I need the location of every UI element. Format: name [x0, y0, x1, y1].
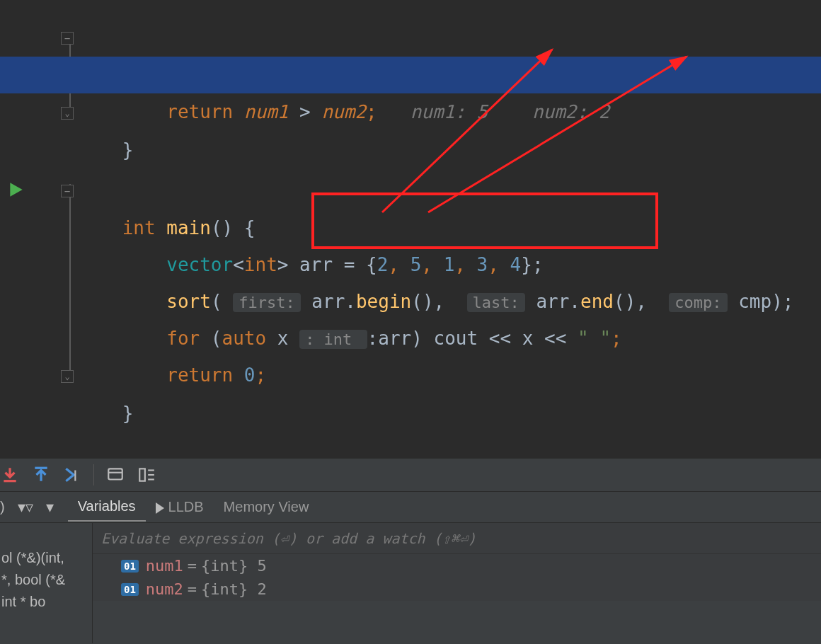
step-out-icon[interactable] [31, 465, 51, 485]
frame-row[interactable]: int * bo [0, 591, 92, 613]
fold-toggle[interactable] [0, 20, 78, 57]
code-editor[interactable]: bool cmp(int num1, int num2) { num1: 5 n… [0, 0, 821, 425]
frame-row[interactable]: *, bool (*& [0, 569, 92, 591]
run-to-cursor-icon[interactable] [62, 465, 82, 485]
evaluate-input[interactable]: Evaluate expression (⏎) or add a watch (… [93, 523, 821, 554]
code-line[interactable]: } [78, 95, 821, 132]
svg-rect-8 [139, 468, 145, 481]
tab-memory-view[interactable]: Memory View [214, 493, 319, 521]
frame-count-suffix: ) [0, 499, 5, 515]
svg-rect-6 [108, 468, 122, 479]
debug-tabs: ) ▾▿ ▾ Variables LLDB Memory View [0, 492, 821, 523]
tab-variables[interactable]: Variables [68, 493, 146, 522]
fold-guide [69, 184, 71, 371]
evaluate-icon[interactable] [105, 465, 125, 485]
toolbar-divider [93, 464, 94, 485]
run-gutter-icon[interactable] [7, 180, 25, 199]
code-line[interactable]: vector<int> arr = {2, 5, 1, 3, 4}; [78, 209, 821, 246]
variable-value: {int} 5 [201, 557, 267, 575]
type-badge: 01 [121, 583, 139, 596]
code-line[interactable]: for (auto x : int :arr) cout << x << " "… [78, 283, 821, 320]
variables-pane: Evaluate expression (⏎) or add a watch (… [92, 523, 821, 643]
watches-icon[interactable] [137, 465, 156, 485]
dropdown-icon[interactable]: ▾ [46, 498, 54, 517]
variable-value: {int} 2 [201, 580, 267, 598]
code-line-current[interactable]: return num1 > num2; num1: 5 num2: 2 [0, 57, 821, 93]
variable-row[interactable]: 01 num2 = {int} 2 [93, 577, 821, 601]
code-line[interactable]: sort( first: arr.begin(), last: arr.end(… [78, 246, 821, 283]
variable-row[interactable]: 01 num1 = {int} 5 [93, 554, 821, 577]
play-icon [156, 502, 164, 514]
code-line[interactable]: bool cmp(int num1, int num2) { num1: 5 n… [78, 20, 821, 57]
filter-icon[interactable]: ▾▿ [18, 498, 33, 517]
debug-panel: ) ▾▿ ▾ Variables LLDB Memory View ol (*&… [0, 425, 821, 644]
frame-row[interactable]: ol (*&)(int, [0, 547, 92, 569]
variable-name: num2 [146, 580, 183, 598]
fold-end[interactable] [0, 358, 78, 395]
frames-list[interactable]: ol (*&)(int, *, bool (*& int * bo [0, 523, 92, 643]
step-over-icon[interactable] [0, 465, 20, 485]
fold-end[interactable] [0, 95, 78, 132]
code-line[interactable]: return 0; [78, 320, 821, 357]
debug-toolbar [0, 459, 821, 492]
variable-name: num1 [146, 557, 183, 575]
code-line[interactable]: } [78, 358, 821, 395]
type-badge: 01 [121, 560, 139, 573]
code-line[interactable]: int main() { [78, 173, 821, 209]
panel-resize-handle[interactable] [0, 425, 821, 459]
tab-lldb[interactable]: LLDB [146, 493, 214, 521]
